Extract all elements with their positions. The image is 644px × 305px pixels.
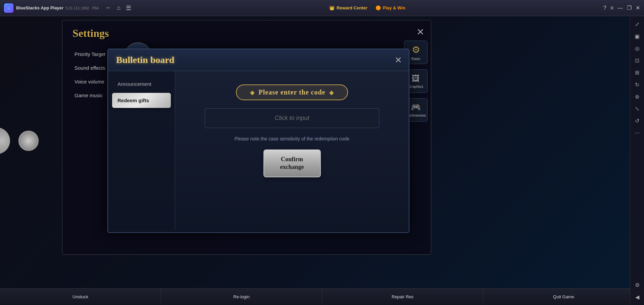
titlebar: BlueStacks App Player 5.21.111.1002 · P6… xyxy=(0,0,644,16)
settings-graphics-icon: 🖼 xyxy=(412,74,420,83)
close-button[interactable]: ✕ xyxy=(636,5,640,11)
confirm-exchange-button[interactable]: Confirm exchange xyxy=(263,149,321,177)
play-win-button[interactable]: 🟠 Play & Win xyxy=(376,5,405,10)
home-button[interactable]: ⌂ xyxy=(117,4,120,11)
settings-sidebar-icon[interactable]: ⚙ xyxy=(632,280,643,290)
repair-res-button[interactable]: Repair Res xyxy=(322,289,483,305)
left-circle-decoration xyxy=(18,131,39,151)
redemption-note: Please note the case sensitivity of the … xyxy=(235,136,349,141)
settings-title: Settings xyxy=(62,20,431,46)
quit-game-button[interactable]: Quit Game xyxy=(483,289,644,305)
code-input-wrapper xyxy=(205,108,379,128)
tab-announcement[interactable]: Announcement xyxy=(112,76,171,92)
settings-basic-label: Basic xyxy=(411,57,420,61)
minimize-button[interactable]: — xyxy=(617,5,623,11)
screenshot-icon[interactable]: ⊡ xyxy=(632,55,643,66)
relogin-button[interactable]: Re-login xyxy=(161,289,322,305)
macro-icon[interactable]: ⊞ xyxy=(632,67,643,78)
bulletin-content: ◆ Please enter the code ◆ Please note th… xyxy=(175,71,409,230)
settings-graphics-label: Graphics xyxy=(408,84,423,88)
bottom-bar: Unstuck Re-login Repair Res Quit Game xyxy=(0,288,644,305)
restore-button[interactable]: ❐ xyxy=(627,5,632,11)
expand-icon[interactable]: ⤢ xyxy=(632,19,643,29)
right-sidebar: ⤢ ▣ ◎ ⊡ ⊞ ↻ ⊛ ⤡ ↺ ⋯ ⚙ ◀ xyxy=(630,16,644,305)
bulletin-header: Bulletin board ✕ xyxy=(108,49,409,71)
bulletin-body: Announcement Redeem gifts ◆ Please enter… xyxy=(108,71,409,230)
crown-icon: 👑 xyxy=(329,5,335,10)
app-name: BlueStacks App Player xyxy=(16,5,63,10)
code-title-bg: ◆ Please enter the code ◆ xyxy=(236,84,348,100)
app-version: 5.21.111.1002 · P64 xyxy=(65,6,99,10)
play-win-label: Play & Win xyxy=(383,5,405,10)
rotate-icon[interactable]: ↻ xyxy=(632,79,643,90)
code-title-container: ◆ Please enter the code ◆ xyxy=(236,84,348,100)
settings-pref-icon: 🎮 xyxy=(411,103,421,112)
titlebar-center: 👑 Reward Center 🟠 Play & Win xyxy=(131,5,603,10)
tab-redeem-gifts[interactable]: Redeem gifts xyxy=(112,93,171,108)
resize-icon[interactable]: ⤡ xyxy=(632,103,643,114)
code-title-text: Please enter the code xyxy=(259,88,326,96)
bulletin-close-button[interactable]: ✕ xyxy=(395,56,402,64)
nav-controls: ← ⌂ ☰ xyxy=(105,4,131,12)
menu-button[interactable]: ≡ xyxy=(610,5,613,11)
bulletin-dialog: Bulletin board ✕ Announcement Redeem gif… xyxy=(107,49,409,233)
bulletin-title: Bulletin board xyxy=(116,55,174,65)
bulletin-tabs: Announcement Redeem gifts xyxy=(108,71,175,230)
reward-center-button[interactable]: 👑 Reward Center xyxy=(329,5,367,10)
diamond-right-icon: ◆ xyxy=(329,89,334,96)
bookmark-button[interactable]: ☰ xyxy=(126,4,131,12)
app-logo xyxy=(4,3,13,13)
sync-icon[interactable]: ↺ xyxy=(632,115,643,126)
settings-gear-icon: ⚙ xyxy=(412,44,420,55)
help-button[interactable]: ? xyxy=(603,5,606,11)
code-input[interactable] xyxy=(205,108,379,128)
more-icon[interactable]: ⋯ xyxy=(632,127,643,138)
gamepad-icon[interactable]: ⊛ xyxy=(632,91,643,102)
back-button[interactable]: ← xyxy=(105,4,111,11)
coin-icon: 🟠 xyxy=(376,5,381,10)
confirm-line1: Confirm xyxy=(281,156,303,163)
unstuck-button[interactable]: Unstuck xyxy=(0,289,161,305)
svg-marker-1 xyxy=(7,6,11,10)
confirm-line2: exchange xyxy=(280,164,304,170)
camera-icon[interactable]: ◎ xyxy=(632,43,643,54)
collapse-icon[interactable]: ◀ xyxy=(632,292,643,302)
settings-close-button[interactable]: ✕ xyxy=(416,26,424,38)
diamond-left-icon: ◆ xyxy=(250,89,255,96)
reward-center-label: Reward Center xyxy=(337,5,367,10)
layers-icon[interactable]: ▣ xyxy=(632,31,643,42)
window-controls: ? ≡ — ❐ ✕ xyxy=(603,5,640,11)
